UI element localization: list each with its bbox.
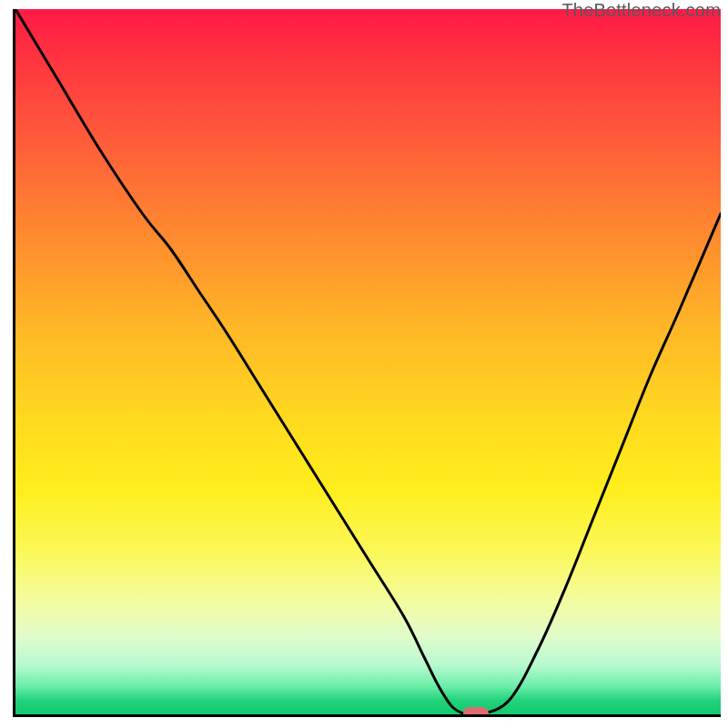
curve-layer <box>15 9 721 714</box>
bottleneck-curve <box>15 9 721 714</box>
attribution-label: TheBottleneck.com <box>561 0 721 21</box>
plot-area <box>13 9 721 717</box>
bottleneck-chart: TheBottleneck.com <box>0 0 728 728</box>
optimal-marker <box>463 707 489 717</box>
